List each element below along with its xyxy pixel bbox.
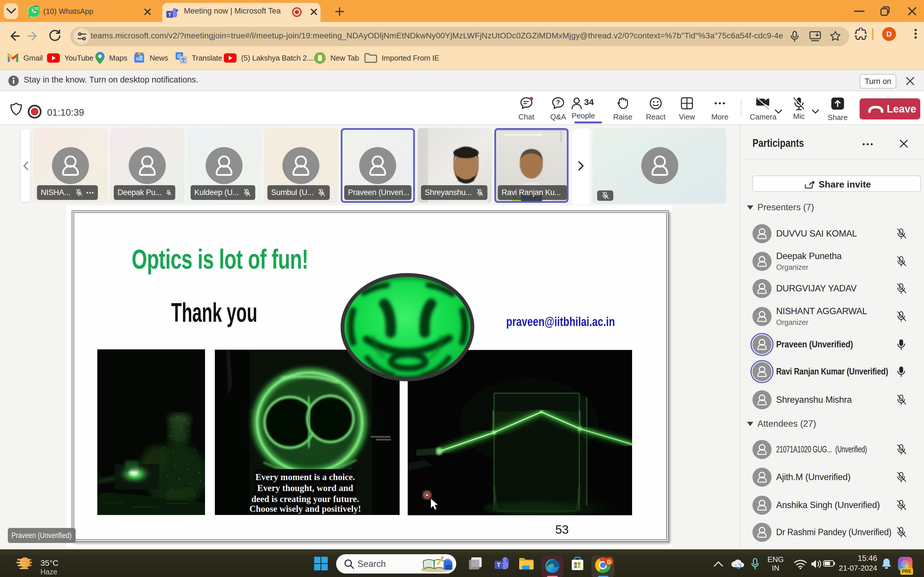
- svg-text:G: G: [136, 56, 139, 61]
- svg-text:deed is creating your future.: deed is creating your future.: [252, 494, 359, 504]
- svg-text:?: ?: [556, 99, 560, 106]
- svg-text:Every moment is a choice.: Every moment is a choice.: [255, 472, 355, 482]
- svg-text:T: T: [497, 562, 501, 568]
- svg-text:T: T: [168, 12, 171, 18]
- svg-text:Every thought, word and: Every thought, word and: [257, 483, 353, 493]
- svg-text:Choose wisely and positively!: Choose wisely and positively!: [249, 504, 361, 514]
- svg-text:34: 34: [584, 97, 594, 107]
- svg-text:10: 10: [34, 6, 39, 11]
- svg-text:文: 文: [181, 57, 186, 63]
